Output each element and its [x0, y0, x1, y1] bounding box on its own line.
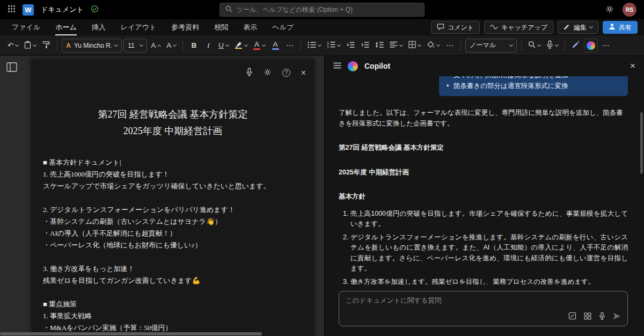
- voice-input-button[interactable]: [599, 312, 605, 322]
- shrink-font-button[interactable]: A: [164, 39, 178, 53]
- menu-tab-home[interactable]: ホーム: [55, 19, 77, 35]
- thumbnail-pane-toggle[interactable]: [6, 62, 17, 74]
- find-button[interactable]: [526, 39, 543, 53]
- decrease-indent-button[interactable]: [344, 39, 357, 53]
- copilot-response-heading-2: 2025年度 中期経営計画: [339, 167, 628, 178]
- align-left-icon: [390, 41, 398, 50]
- share-person-icon: [609, 23, 616, 32]
- menu-tab-layout[interactable]: レイアウト: [121, 19, 157, 35]
- comments-button[interactable]: コメント: [431, 21, 480, 34]
- copilot-response-list: 売上高1000億円の突破を目指します。市場シェアを確保するために、事業規模を拡大…: [339, 209, 628, 285]
- bullet-list-button[interactable]: [305, 39, 323, 53]
- toolbar-divider: [565, 40, 565, 51]
- document-page[interactable]: ? × 第27回 経営戦略会議 基本方針策定 2025年度 中期経営計画 ■ 基…: [31, 59, 314, 336]
- document-paragraph[interactable]: スケールアップで市場シェアをガッツリ確保していきたいと思います。: [43, 180, 303, 192]
- vertical-scrollbar-thumb[interactable]: [640, 112, 643, 174]
- document-heading[interactable]: 第27回 経営戦略会議 基本方針策定 2025年度 中期経営計画: [31, 106, 314, 140]
- copilot-menu-button[interactable]: [333, 62, 341, 70]
- page-dictate-button[interactable]: [246, 68, 253, 78]
- menu-tab-review[interactable]: 校閲: [214, 19, 228, 35]
- highlight-button[interactable]: [232, 39, 250, 53]
- line-spacing-button[interactable]: [373, 39, 386, 53]
- send-button[interactable]: [613, 312, 621, 322]
- document-paragraph[interactable]: ・基幹システムの刷新（古いシステムとはサヨナラ👋）: [43, 216, 303, 228]
- document-paragraph[interactable]: 1. 事業拡大戦略: [43, 310, 303, 322]
- underline-button[interactable]: U: [216, 39, 231, 53]
- document-paragraph[interactable]: 残業ゼロを目指してガンガン改善していきます💪: [43, 275, 303, 287]
- paste-button[interactable]: [22, 39, 38, 53]
- document-title[interactable]: ドキュメント: [41, 5, 84, 14]
- document-paragraph[interactable]: [43, 251, 303, 263]
- document-paragraph[interactable]: ・AIの導入（人手不足解消にも超貢献！）: [43, 228, 303, 239]
- document-paragraph[interactable]: ■ 基本方針ドキュメント|: [43, 157, 303, 169]
- chevron-down-icon: [589, 25, 593, 28]
- document-title-line-1[interactable]: 第27回 経営戦略会議 基本方針策定: [31, 106, 314, 123]
- menu-tab-help[interactable]: ヘルプ: [272, 19, 294, 35]
- menu-tab-references[interactable]: 参考資料: [171, 19, 199, 35]
- user-instruction-bullet: 箇条書きの部分は適宜段落形式に変換: [447, 81, 620, 92]
- grow-font-button[interactable]: A: [149, 39, 163, 53]
- saved-status-icon[interactable]: [91, 5, 99, 15]
- bold-button[interactable]: B: [187, 39, 200, 53]
- horizontal-scrollbar-thumb[interactable]: [0, 332, 262, 335]
- horizontal-scrollbar[interactable]: [0, 332, 324, 336]
- page-settings-button[interactable]: [264, 68, 272, 78]
- page-help-button[interactable]: ?: [282, 69, 290, 77]
- more-font-options-button[interactable]: ⋯: [283, 39, 296, 53]
- align-button[interactable]: [387, 39, 405, 53]
- document-paragraph[interactable]: [43, 287, 303, 298]
- borders-button[interactable]: [406, 39, 423, 53]
- bold-icon: B: [191, 42, 196, 49]
- page-close-button[interactable]: ×: [301, 69, 306, 77]
- settings-button[interactable]: [605, 5, 614, 15]
- increase-indent-button[interactable]: [358, 39, 371, 53]
- document-body[interactable]: ■ 基本方針ドキュメント| 1. 売上高1000億円の突破を目指します！ スケー…: [43, 157, 303, 336]
- account-avatar[interactable]: RS: [623, 3, 636, 17]
- share-button[interactable]: 共有: [603, 21, 638, 34]
- menu-tab-insert[interactable]: 挿入: [92, 19, 106, 35]
- text-effects-button[interactable]: A: [269, 39, 282, 53]
- toolbar-divider: [57, 40, 57, 51]
- search-input[interactable]: [237, 6, 419, 13]
- font-name-select[interactable]: A Yu Mincho R...: [62, 39, 122, 53]
- document-paragraph[interactable]: [43, 192, 303, 204]
- copilot-input-box[interactable]: [339, 291, 628, 326]
- app-launcher-button[interactable]: [8, 5, 16, 14]
- catch-up-button[interactable]: キャッチアップ: [484, 21, 553, 34]
- chevron-down-icon: [537, 42, 541, 46]
- dictate-button[interactable]: [544, 39, 560, 53]
- font-color-button[interactable]: A: [251, 39, 267, 53]
- vertical-scrollbar[interactable]: [640, 56, 643, 336]
- apps-button[interactable]: [584, 312, 591, 322]
- styles-select[interactable]: ノーマル: [465, 39, 517, 53]
- document-paragraph[interactable]: ・ペーパーレス化（地球にもお財布にも優しい♪）: [43, 239, 303, 251]
- numbered-list-button[interactable]: 123: [325, 39, 342, 53]
- document-paragraph[interactable]: 3. 働き方改革をもっと加速！: [43, 263, 303, 275]
- shading-button[interactable]: [425, 39, 442, 53]
- italic-button[interactable]: I: [202, 39, 215, 53]
- document-paragraph[interactable]: 2. デジタルトランスフォーメーションをバリバリ進めます！: [43, 204, 303, 216]
- format-painter-button[interactable]: [40, 39, 53, 53]
- copilot-response-list-item: 働き方改革を加速します。残業ゼロを目指し、業務プロセスの改善を進めます。: [350, 277, 628, 285]
- waffle-icon: [8, 5, 16, 14]
- global-search[interactable]: [219, 3, 425, 17]
- more-paragraph-options-button[interactable]: ⋯: [443, 39, 456, 53]
- word-logo[interactable]: W: [23, 4, 34, 16]
- copilot-chat-input[interactable]: [346, 296, 533, 321]
- editing-mode-button[interactable]: 編集: [558, 21, 598, 34]
- document-paragraph[interactable]: ■ 重点施策: [43, 298, 303, 310]
- copilot-close-button[interactable]: ×: [630, 61, 635, 71]
- document-paragraph[interactable]: 1. 売上高1000億円の突破を目指します！: [43, 169, 303, 180]
- editor-button[interactable]: [569, 39, 582, 53]
- font-size-select[interactable]: 11: [123, 39, 147, 53]
- menu-tab-file[interactable]: ファイル: [12, 19, 40, 35]
- undo-button[interactable]: ↶: [5, 39, 20, 53]
- more-toolbar-options-button[interactable]: ⋯: [599, 39, 612, 53]
- copilot-button[interactable]: [584, 39, 598, 53]
- search-icon: [528, 41, 536, 50]
- menu-tab-view[interactable]: 表示: [243, 19, 257, 35]
- document-title-line-2[interactable]: 2025年度 中期経営計画: [31, 123, 314, 140]
- prompts-button[interactable]: [568, 312, 576, 322]
- ellipsis-icon: ⋯: [446, 42, 453, 49]
- line-spacing-icon: [375, 41, 384, 50]
